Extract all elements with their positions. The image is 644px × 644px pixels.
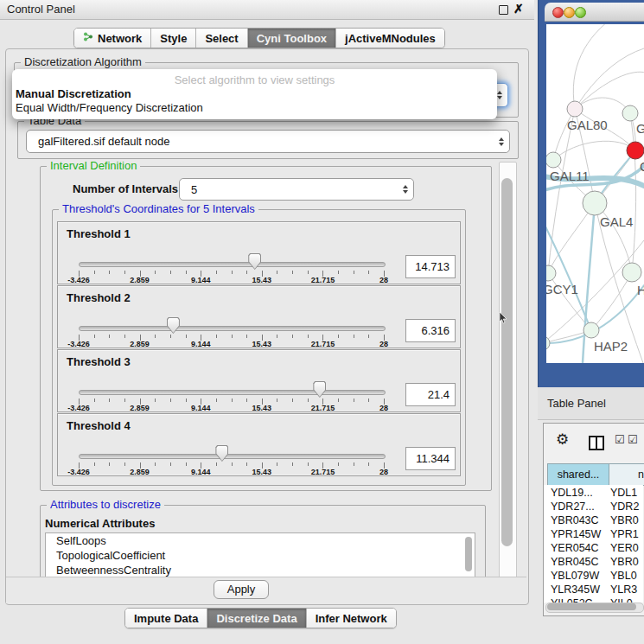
checkbox-checked-icon[interactable]: ☑ xyxy=(628,433,638,446)
table-row[interactable]: YPR145WYPR1 xyxy=(544,527,643,541)
minor-tick xyxy=(277,271,277,274)
slider-track[interactable] xyxy=(79,262,386,267)
network-node[interactable] xyxy=(583,322,599,338)
tick-label: 21.715 xyxy=(303,468,341,476)
split-columns-icon[interactable] xyxy=(589,436,604,450)
table-row[interactable]: YLR345WYLR3 xyxy=(544,583,643,596)
slider-handle[interactable] xyxy=(167,317,180,334)
slider-track[interactable] xyxy=(79,454,386,459)
table-row[interactable]: YBR043CYBR0 xyxy=(544,513,643,527)
minor-tick xyxy=(109,399,110,402)
cell-shared-name: YBR045C xyxy=(551,555,599,569)
attribute-item-betweennesscentrality[interactable]: BetweennessCentrality xyxy=(46,563,475,577)
network-edge xyxy=(573,24,615,109)
attribute-item-selfloops[interactable]: SelfLoops xyxy=(46,533,475,548)
attribute-item-topologicalcoefficient[interactable]: TopologicalCoefficient xyxy=(46,548,475,563)
minor-tick xyxy=(232,399,233,402)
slider-handle[interactable] xyxy=(215,445,228,462)
minor-tick xyxy=(232,271,233,274)
table-row[interactable]: YIL052CYIL0 xyxy=(544,596,643,603)
threshold-value-field[interactable]: 6.316 xyxy=(405,319,456,342)
dropdown-option-equal-width-frequency-discretization[interactable]: Equal Width/Frequency Discretization xyxy=(14,101,496,114)
slider-handle[interactable] xyxy=(313,381,326,398)
minor-tick xyxy=(246,399,247,402)
number-of-intervals-label: Number of Intervals xyxy=(73,182,178,195)
tab-jactivemnodules[interactable]: jActiveMNodules xyxy=(336,29,444,48)
panel-scrollbar-thumb[interactable] xyxy=(501,178,513,546)
threshold-value-field[interactable]: 21.4 xyxy=(405,383,456,406)
minor-tick xyxy=(186,271,187,274)
minor-tick xyxy=(354,335,354,338)
discretization-algorithm-label: Discretization Algorithm xyxy=(21,56,145,68)
node-label: GAL11 xyxy=(550,169,590,183)
tab-style[interactable]: Style xyxy=(151,29,196,48)
network-edge xyxy=(575,98,630,113)
tick-label: -3.426 xyxy=(60,468,98,476)
slider-track[interactable] xyxy=(79,390,386,395)
minor-tick xyxy=(124,462,125,466)
minor-tick xyxy=(186,399,187,402)
threshold-panel-4: Threshold 4-3.4262.8599.14415.4321.71528… xyxy=(57,413,461,476)
minor-tick xyxy=(109,271,110,274)
dropdown-hint-item[interactable]: Select algorithm to view settings xyxy=(12,73,497,86)
list-scrollbar-thumb[interactable] xyxy=(465,537,472,571)
mouse-cursor xyxy=(499,312,507,324)
combo-stepper-icon xyxy=(494,137,509,146)
number-of-intervals-combobox[interactable]: 5 xyxy=(179,178,414,201)
minor-tick xyxy=(308,271,309,274)
network-node[interactable] xyxy=(622,105,638,121)
tab-discretize-data[interactable]: Discretize Data xyxy=(207,609,306,628)
tab-impute-data[interactable]: Impute Data xyxy=(125,609,207,628)
network-node[interactable] xyxy=(546,265,556,281)
close-traffic-light-icon[interactable] xyxy=(552,7,564,18)
column-header-name[interactable]: na xyxy=(609,463,644,486)
tab-cyni-toolbox[interactable]: Cyni Toolbox xyxy=(248,29,336,48)
tick-label: 28 xyxy=(365,340,403,348)
close-icon[interactable]: ✗ xyxy=(513,2,524,16)
cell-name: YER0 xyxy=(610,541,639,555)
network-edge xyxy=(583,203,595,363)
gear-icon[interactable]: ⚙ xyxy=(556,432,569,447)
network-node[interactable] xyxy=(583,191,607,215)
network-node[interactable] xyxy=(627,142,644,159)
table-hscrollbar-thumb[interactable] xyxy=(547,603,636,610)
table-row[interactable]: YBR045CYBR0 xyxy=(544,555,643,569)
tab-label: Discretize Data xyxy=(216,612,296,625)
minor-tick xyxy=(292,335,293,338)
slider-track[interactable] xyxy=(79,326,386,331)
table-data-combobox[interactable]: galFiltered.sif default node xyxy=(26,130,510,153)
minor-tick xyxy=(155,399,156,402)
tab-network[interactable]: Network xyxy=(74,29,151,48)
apply-button[interactable]: Apply xyxy=(214,580,269,599)
dropdown-option-manual-discretization[interactable]: Manual Discretization xyxy=(14,87,496,100)
table-header-row: shared... na xyxy=(547,463,644,484)
network-node[interactable] xyxy=(622,263,641,282)
column-header-shared-name[interactable]: shared... xyxy=(547,463,609,486)
table-row[interactable]: YBL079WYBL0 xyxy=(544,569,643,583)
checkbox-checked-icon[interactable]: ☑ xyxy=(615,433,625,446)
control-panel-titlebar xyxy=(0,0,534,20)
tab-select[interactable]: Select xyxy=(196,29,247,48)
threshold-value-field[interactable]: 11.344 xyxy=(405,447,456,470)
minor-tick xyxy=(368,271,369,274)
tab-infer-network[interactable]: Infer Network xyxy=(307,609,396,628)
float-window-icon[interactable] xyxy=(499,5,508,15)
numerical-attributes-list[interactable]: SelfLoopsTopologicalCoefficientBetweenne… xyxy=(45,532,475,577)
table-rows: YDL19...YDL1YDR27...YDR2YBR043CYBR0YPR14… xyxy=(544,485,643,603)
network-node[interactable] xyxy=(567,101,583,117)
tick-label: 15.43 xyxy=(243,276,281,284)
cell-name: YBR0 xyxy=(610,513,639,527)
table-row[interactable]: YER054CYER0 xyxy=(544,541,643,555)
table-row[interactable]: YDR27...YDR2 xyxy=(544,500,643,513)
minimize-traffic-light-icon[interactable] xyxy=(564,7,575,18)
tick-label: 21.715 xyxy=(303,276,341,284)
table-row[interactable]: YDL19...YDL1 xyxy=(544,486,643,500)
zoom-traffic-light-icon[interactable] xyxy=(575,7,586,18)
network-node[interactable] xyxy=(546,152,561,168)
threshold-value-field[interactable]: 14.713 xyxy=(405,255,456,278)
minor-tick xyxy=(170,462,171,466)
slider-handle[interactable] xyxy=(248,253,261,270)
tick-label: 2.859 xyxy=(121,404,159,412)
network-canvas[interactable]: GAL80GACGAL11GAL4GCY1HHAP2 xyxy=(546,24,644,363)
minor-tick xyxy=(246,462,247,466)
